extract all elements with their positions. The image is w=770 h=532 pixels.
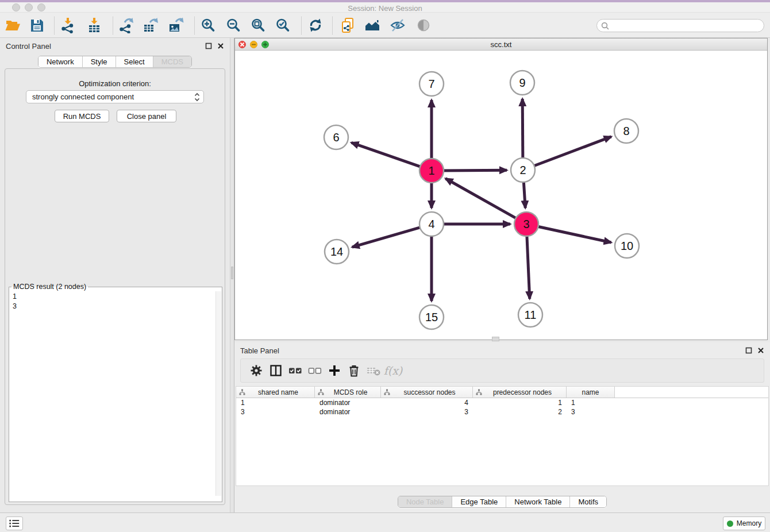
import-network-icon[interactable]: [60, 17, 76, 33]
node-table: shared nameMCDS rolesuccessor nodesprede…: [236, 386, 769, 486]
memory-label: Memory: [737, 519, 761, 527]
edge-3-11[interactable]: [527, 235, 530, 299]
delete-column-icon[interactable]: [344, 363, 364, 379]
tab-node-table[interactable]: Node Table: [398, 496, 452, 507]
edge-2-8[interactable]: [533, 137, 611, 166]
zoom-in-icon[interactable]: [200, 17, 216, 33]
cell-predecessor-nodes: 1: [473, 398, 567, 407]
table-body: 1dominator4113dominator323: [236, 398, 768, 417]
search-input[interactable]: [609, 21, 764, 31]
control-panel-title: Control Panel: [6, 42, 51, 51]
column-header-MCDS-role[interactable]: MCDS role: [315, 387, 381, 398]
split-handle[interactable]: [231, 267, 233, 279]
toolbar-separator: [113, 17, 113, 34]
list-icon: [9, 518, 20, 529]
table-settings-icon[interactable]: [247, 363, 266, 379]
mcds-result-scrollbar[interactable]: [215, 291, 221, 496]
network-graph[interactable]: 7968124314101511: [235, 51, 767, 340]
float-table-panel-icon[interactable]: [745, 347, 752, 354]
zoom-fit-icon[interactable]: [250, 17, 266, 33]
table-panel-title: Table Panel: [240, 346, 279, 355]
column-header-predecessor-nodes[interactable]: predecessor nodes: [473, 387, 567, 398]
table-row[interactable]: 1dominator411: [236, 398, 768, 407]
import-table-icon[interactable]: [86, 17, 102, 33]
toolbar-separator: [332, 17, 333, 34]
tab-mcds[interactable]: MCDS: [153, 56, 191, 67]
run-mcds-button[interactable]: Run MCDS: [55, 110, 109, 122]
cytoscape-window: { "titlebar": { "title": "Session: New S…: [0, 0, 770, 532]
horizontal-split-handle[interactable]: [492, 337, 499, 341]
graph-node-label-10: 10: [621, 240, 633, 252]
memory-button[interactable]: Memory: [723, 516, 765, 530]
graph-node-label-8: 8: [623, 125, 629, 137]
edge-1-6[interactable]: [351, 142, 421, 167]
criterion-dropdown-value: strongly connected component: [32, 92, 194, 101]
create-column-icon[interactable]: [325, 363, 344, 379]
close-panel-button[interactable]: Close panel: [117, 110, 176, 122]
mcds-result-title: MCDS result (2 nodes): [11, 283, 88, 291]
table-row[interactable]: 3dominator323: [236, 407, 768, 417]
search-icon: [601, 22, 609, 30]
network-canvas[interactable]: 7968124314101511: [235, 51, 767, 340]
function-builder-icon[interactable]: f(x): [383, 363, 403, 379]
apply-layout-icon[interactable]: [307, 17, 324, 33]
table-tabs: Node TableEdge TableNetwork TableMotifs: [398, 496, 607, 508]
edge-2-3[interactable]: [523, 181, 525, 208]
hide-overview-icon[interactable]: [390, 17, 406, 33]
tab-network[interactable]: Network: [38, 56, 82, 67]
mcds-result-textarea[interactable]: 1 3: [9, 291, 222, 496]
select-all-columns-icon[interactable]: [286, 363, 305, 379]
memory-status-dot: [727, 521, 733, 527]
delete-table-icon[interactable]: [364, 363, 383, 379]
close-table-panel-icon[interactable]: [757, 347, 764, 354]
close-panel-icon[interactable]: [217, 43, 224, 49]
show-column-icon[interactable]: [266, 363, 286, 379]
graph-node-label-3: 3: [523, 218, 529, 230]
search-box[interactable]: [596, 19, 764, 32]
table-panel-header: Table Panel: [234, 342, 770, 358]
zoom-selected-icon[interactable]: [275, 17, 291, 33]
status-bar: Memory: [0, 512, 770, 532]
vertical-split-divider[interactable]: [230, 38, 234, 512]
column-header-shared-name[interactable]: shared name: [236, 387, 315, 398]
edge-1-2[interactable]: [442, 170, 507, 171]
control-panel-tabs: NetworkStyleSelectMCDS: [38, 56, 192, 68]
clone-network-icon[interactable]: [340, 17, 356, 33]
edge-4-14[interactable]: [352, 227, 421, 247]
home-icon[interactable]: [364, 17, 380, 33]
tab-style[interactable]: Style: [82, 56, 116, 67]
app-titlebar: Session: New Session: [0, 2, 770, 13]
mcds-result-lines: 1 3: [13, 292, 17, 311]
unselect-all-columns-icon[interactable]: [305, 363, 325, 379]
tab-edge-table[interactable]: Edge Table: [452, 496, 506, 507]
column-header-successor-nodes[interactable]: successor nodes: [381, 387, 473, 398]
network-window-titlebar: scc.txt: [235, 38, 767, 51]
graphics-details-icon[interactable]: [415, 17, 432, 33]
control-panel: Control Panel NetworkStyleSelectMCDS Opt…: [0, 38, 230, 512]
cell-successor-nodes: 4: [381, 398, 473, 407]
show-panels-menu-button[interactable]: [6, 516, 23, 530]
graph-node-label-14: 14: [330, 245, 343, 258]
save-session-icon[interactable]: [29, 17, 45, 33]
edge-3-10[interactable]: [537, 226, 611, 242]
zoom-out-icon[interactable]: [225, 17, 241, 33]
edge-3-1[interactable]: [445, 179, 517, 219]
graph-node-label-2: 2: [519, 164, 526, 176]
tab-select[interactable]: Select: [116, 56, 153, 67]
tab-network-table[interactable]: Network Table: [506, 496, 569, 507]
graph-node-label-11: 11: [525, 309, 537, 321]
graph-node-label-1: 1: [428, 164, 434, 177]
criterion-dropdown[interactable]: strongly connected component: [26, 90, 204, 103]
export-table-icon[interactable]: [143, 17, 159, 33]
cell-successor-nodes: 3: [381, 407, 473, 417]
cell-name: 3: [567, 407, 615, 417]
cell-MCDS-role: dominator: [315, 407, 381, 417]
network-view-title: scc.txt: [235, 40, 767, 49]
open-session-icon[interactable]: [5, 17, 21, 33]
edge-2-9[interactable]: [522, 99, 523, 159]
export-network-icon[interactable]: [118, 17, 134, 33]
export-image-icon[interactable]: [168, 17, 184, 33]
tab-motifs[interactable]: Motifs: [569, 496, 606, 507]
column-header-name[interactable]: name: [567, 387, 615, 398]
float-panel-icon[interactable]: [205, 43, 212, 49]
